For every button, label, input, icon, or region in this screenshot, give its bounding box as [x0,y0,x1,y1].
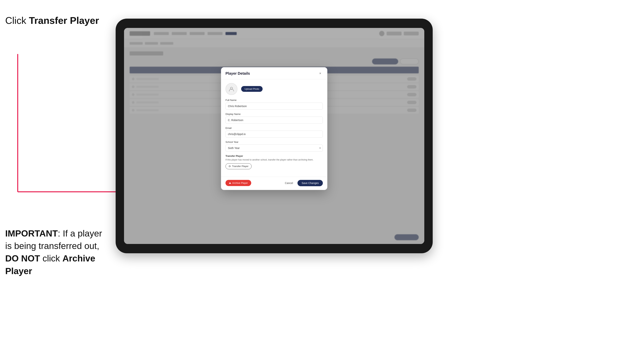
school-year-label: School Year [226,141,323,143]
instruction-top: Click Transfer Player [5,15,99,26]
modal-overlay: Player Details × Upload Pho [124,28,424,244]
transfer-section-label: Transfer Player [226,155,323,157]
display-name-input[interactable] [226,117,323,124]
tablet-device: Player Details × Upload Pho [116,19,433,253]
modal-body: Upload Photo Full Name Display Name [221,79,327,177]
modal-title: Player Details [226,71,250,76]
avatar-circle [226,83,238,95]
transfer-player-section: Transfer Player If this player has moved… [226,155,323,169]
full-name-label: Full Name [226,99,323,102]
modal-header: Player Details × [221,67,327,79]
email-label: Email [226,127,323,129]
full-name-input[interactable] [226,103,323,110]
display-name-group: Display Name [226,113,323,124]
footer-right: Cancel Save Changes [283,180,323,186]
email-group: Email [226,127,323,138]
instruction-do-not: DO NOT [5,253,40,263]
modal-footer: ⏏ Archive Player Cancel Save Changes [221,177,327,190]
instruction-important: IMPORTANT [5,228,58,238]
school-year-group: School Year First Year Second Year Third… [226,141,323,152]
transfer-section-description: If this player has moved to another scho… [226,158,323,162]
archive-player-button[interactable]: ⏏ Archive Player [226,180,251,186]
display-name-label: Display Name [226,113,323,115]
save-changes-button[interactable]: Save Changes [298,180,323,186]
transfer-button-label: Transfer Player [232,165,248,168]
email-input[interactable] [226,131,323,138]
instruction-prefix: Click [5,15,29,26]
instruction-bold: Transfer Player [29,15,99,26]
archive-icon: ⏏ [229,181,231,184]
full-name-group: Full Name [226,99,323,110]
instruction-bottom: IMPORTANT: If a player is being transfer… [5,227,110,277]
archive-button-label: Archive Player [232,181,248,184]
transfer-player-button[interactable]: ⟳ Transfer Player [226,163,252,169]
school-year-wrapper: First Year Second Year Third Year Fourth… [226,145,323,152]
photo-row: Upload Photo [226,83,323,95]
tablet-screen: Player Details × Upload Pho [124,28,424,244]
upload-photo-button[interactable]: Upload Photo [241,86,262,92]
transfer-icon: ⟳ [229,165,231,168]
school-year-select[interactable]: First Year Second Year Third Year Fourth… [226,145,323,152]
instruction-text2: click [40,253,62,263]
player-details-modal: Player Details × Upload Pho [221,67,327,190]
cancel-button[interactable]: Cancel [283,180,296,186]
modal-close-button[interactable]: × [318,71,323,76]
